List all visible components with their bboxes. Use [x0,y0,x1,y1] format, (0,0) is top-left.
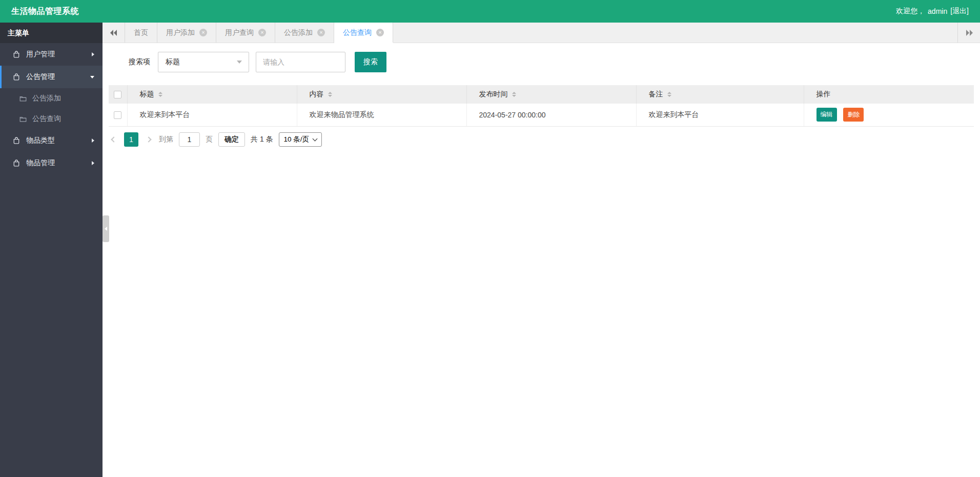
sidebar-item-label: 公告管理 [26,72,90,82]
column-label: 标题 [140,90,154,99]
tabs-scroll-left-button[interactable] [103,23,125,43]
tab-home[interactable]: 首页 [125,23,157,43]
app-title: 生活物品管理系统 [11,6,79,17]
search-field-selected-value: 标题 [166,57,180,67]
sidebar-item-label: 用户管理 [26,50,92,59]
column-header-publish-time: 发布时间 [466,85,636,104]
tab-label: 公告查询 [343,28,372,37]
cell-content: 欢迎来物品管理系统 [297,104,466,126]
search-button[interactable]: 搜索 [355,52,386,72]
goto-page-input[interactable] [179,132,200,147]
chevron-right-icon [92,138,94,143]
column-header-remark: 备注 [636,85,804,104]
main-layout: 主菜单 用户管理 公告管理 公告添加 [0,23,980,477]
folder-icon [19,94,27,103]
chevron-down-icon [313,136,318,141]
search-field-select[interactable]: 标题 [158,52,249,72]
edit-button[interactable]: 编辑 [816,108,837,122]
tab-close-icon[interactable] [317,29,325,36]
sort-icon[interactable] [667,92,671,97]
tab-notice-add[interactable]: 公告添加 [275,23,334,43]
content-area: 首页 用户添加 用户查询 公告添加 公告查询 [103,23,980,477]
sidebar: 主菜单 用户管理 公告管理 公告添加 [0,23,103,477]
sidebar-item-item-type[interactable]: 物品类型 [0,129,103,152]
app-header: 生活物品管理系统 欢迎您， admin [退出] [0,0,980,23]
sidebar-menu-title: 主菜单 [0,23,103,43]
goto-confirm-button[interactable]: 确定 [218,132,245,147]
delete-button[interactable]: 删除 [843,108,864,122]
select-all-checkbox[interactable] [114,91,121,98]
tab-user-query[interactable]: 用户查询 [216,23,275,43]
folder-icon [19,115,27,123]
tab-label: 首页 [134,28,148,37]
sidebar-subitem-notice-query[interactable]: 公告查询 [0,109,103,129]
goto-page-suffix: 页 [206,135,213,144]
previous-page-button[interactable] [109,135,118,144]
tab-label: 用户添加 [166,28,195,37]
notice-table: 标题 内容 发布时间 [109,85,974,127]
bag-icon [12,159,21,167]
cell-publish-time: 2024-05-27 00:00:00 [466,104,636,126]
chevron-down-icon [90,76,94,78]
chevron-right-icon [92,52,94,56]
tab-close-icon[interactable] [199,29,207,36]
next-page-button[interactable] [144,135,153,144]
sidebar-subitem-label: 公告查询 [32,114,61,124]
tab-notice-query[interactable]: 公告查询 [334,23,393,43]
header-user-area: 欢迎您， admin [退出] [896,7,969,16]
sort-icon[interactable] [512,92,516,97]
tab-close-icon[interactable] [258,29,266,36]
column-header-content: 内容 [297,85,466,104]
row-checkbox[interactable] [114,111,121,119]
sidebar-item-label: 物品管理 [26,158,92,168]
table-row: 欢迎来到本平台 欢迎来物品管理系统 2024-05-27 00:00:00 欢迎… [109,104,974,126]
page-size-select[interactable]: 10 条/页 [279,132,322,147]
page-number-button[interactable]: 1 [124,132,138,147]
sidebar-collapse-handle[interactable] [103,215,109,242]
tab-user-add[interactable]: 用户添加 [157,23,216,43]
sidebar-item-label: 物品类型 [26,136,92,145]
pagination: 1 到第 页 确定 共 1 条 10 条/页 [109,132,974,147]
welcome-text: 欢迎您， [896,7,925,16]
sort-icon[interactable] [158,92,162,97]
search-field-label: 搜索项 [129,57,150,67]
sidebar-subitem-notice-add[interactable]: 公告添加 [0,88,103,109]
cell-title: 欢迎来到本平台 [127,104,297,126]
logout-link[interactable]: [退出] [950,7,969,16]
tabs-scroll-right-button[interactable] [957,23,980,43]
chevron-down-icon [237,61,242,64]
sidebar-item-item-management[interactable]: 物品管理 [0,152,103,174]
select-all-cell [109,85,127,104]
tab-label: 用户查询 [225,28,254,37]
cell-actions: 编辑 删除 [804,104,974,126]
search-bar: 搜索项 标题 搜索 [129,52,980,72]
sidebar-item-user-management[interactable]: 用户管理 [0,43,103,66]
column-label: 发布时间 [479,90,508,99]
tab-close-icon[interactable] [376,29,384,36]
column-label: 操作 [816,90,831,98]
sidebar-subitem-label: 公告添加 [32,94,61,103]
search-input[interactable] [256,52,345,72]
sort-icon[interactable] [328,92,332,97]
bag-icon [12,73,21,81]
chevron-right-icon [146,136,151,142]
username-text: admin [928,7,947,15]
bag-icon [12,136,21,145]
goto-page-prefix: 到第 [159,135,173,144]
sidebar-item-notice-management[interactable]: 公告管理 [0,66,103,88]
total-count-label: 共 1 条 [251,135,273,144]
column-label: 内容 [310,90,324,99]
chevron-left-icon [105,227,107,231]
row-select-cell [109,104,127,126]
column-header-title: 标题 [127,85,297,104]
cell-remark: 欢迎来到本平台 [636,104,804,126]
chevron-left-icon [111,136,116,142]
column-header-actions: 操作 [804,85,974,104]
page-size-value: 10 条/页 [284,135,310,144]
tab-label: 公告添加 [284,28,313,37]
bag-icon [12,50,21,58]
table-header-row: 标题 内容 发布时间 [109,85,974,104]
double-chevron-right-icon [966,30,973,36]
double-chevron-left-icon [110,30,117,36]
column-label: 备注 [649,90,663,99]
